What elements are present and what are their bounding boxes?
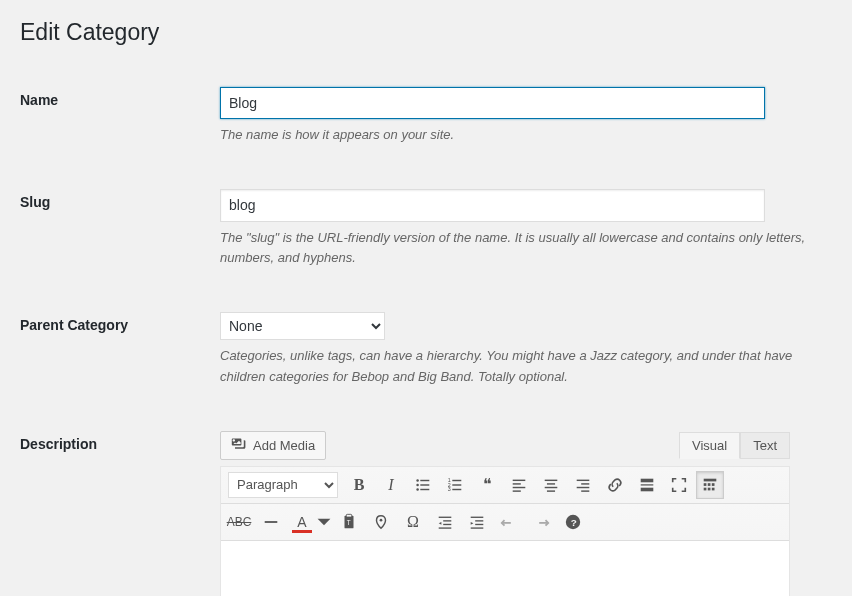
svg-rect-36 xyxy=(346,514,351,517)
media-icon xyxy=(231,436,247,455)
svg-rect-13 xyxy=(513,483,521,484)
svg-rect-9 xyxy=(452,484,461,485)
svg-rect-26 xyxy=(641,487,654,491)
editor-toolbar-row2: ABC A T xyxy=(221,504,789,541)
clear-formatting-button[interactable] xyxy=(366,507,396,537)
svg-rect-30 xyxy=(712,483,715,486)
svg-rect-19 xyxy=(547,490,555,491)
text-color-dropdown[interactable] xyxy=(316,507,332,537)
svg-rect-43 xyxy=(471,516,484,517)
svg-point-4 xyxy=(416,488,419,491)
svg-rect-28 xyxy=(704,483,707,486)
format-select[interactable]: Paragraph xyxy=(228,472,338,498)
readmore-button[interactable] xyxy=(632,470,662,500)
svg-text:T: T xyxy=(347,518,351,525)
tab-visual[interactable]: Visual xyxy=(679,432,740,459)
form-table: Name The name is how it appears on your … xyxy=(20,72,832,596)
svg-rect-39 xyxy=(439,516,452,517)
slug-label: Slug xyxy=(20,194,50,210)
svg-rect-33 xyxy=(712,487,715,490)
align-center-button[interactable] xyxy=(536,470,566,500)
description-label: Description xyxy=(20,436,97,452)
ol-button[interactable]: 123 xyxy=(440,470,470,500)
bold-button[interactable]: B xyxy=(344,470,374,500)
ul-button[interactable] xyxy=(408,470,438,500)
slug-input[interactable] xyxy=(220,189,765,221)
svg-rect-27 xyxy=(704,478,717,481)
svg-point-38 xyxy=(380,519,383,522)
tab-text[interactable]: Text xyxy=(740,432,790,459)
svg-rect-15 xyxy=(513,490,521,491)
svg-rect-20 xyxy=(577,479,590,480)
svg-rect-21 xyxy=(581,483,589,484)
parent-label: Parent Category xyxy=(20,317,128,333)
link-button[interactable] xyxy=(600,470,630,500)
svg-rect-7 xyxy=(452,480,461,481)
editor-toolbar-row1: Paragraph B I 123 ❝ xyxy=(221,467,789,504)
parent-help: Categories, unlike tags, can have a hier… xyxy=(220,346,820,388)
name-help: The name is how it appears on your site. xyxy=(220,125,820,146)
svg-rect-41 xyxy=(443,524,451,525)
help-button[interactable]: ? xyxy=(558,507,588,537)
align-left-button[interactable] xyxy=(504,470,534,500)
paste-text-button[interactable]: T xyxy=(334,507,364,537)
strikethrough-button[interactable]: ABC xyxy=(224,507,254,537)
name-input[interactable] xyxy=(220,87,765,119)
slug-help: The "slug" is the URL-friendly version o… xyxy=(220,228,820,270)
text-color-button[interactable]: A xyxy=(288,507,316,537)
outdent-button[interactable] xyxy=(430,507,460,537)
add-media-button[interactable]: Add Media xyxy=(220,431,326,460)
svg-rect-16 xyxy=(545,479,558,480)
svg-rect-40 xyxy=(443,520,451,521)
undo-button[interactable] xyxy=(494,507,524,537)
align-right-button[interactable] xyxy=(568,470,598,500)
svg-rect-5 xyxy=(420,489,429,490)
svg-rect-44 xyxy=(475,520,483,521)
redo-button[interactable] xyxy=(526,507,556,537)
svg-rect-32 xyxy=(708,487,711,490)
svg-text:3: 3 xyxy=(448,486,451,492)
blockquote-button[interactable]: ❝ xyxy=(472,470,502,500)
svg-rect-12 xyxy=(513,479,526,480)
editor: Paragraph B I 123 ❝ xyxy=(220,466,790,596)
svg-rect-23 xyxy=(581,490,589,491)
svg-rect-29 xyxy=(708,483,711,486)
svg-rect-25 xyxy=(641,484,654,485)
svg-rect-3 xyxy=(420,484,429,485)
svg-text:?: ? xyxy=(571,516,577,527)
svg-rect-18 xyxy=(545,487,558,488)
svg-rect-46 xyxy=(471,527,484,528)
svg-rect-34 xyxy=(265,521,278,523)
svg-rect-14 xyxy=(513,487,526,488)
name-label: Name xyxy=(20,92,58,108)
svg-rect-1 xyxy=(420,480,429,481)
svg-point-0 xyxy=(416,479,419,482)
svg-rect-11 xyxy=(452,489,461,490)
svg-rect-17 xyxy=(547,483,555,484)
toolbar-toggle-button[interactable] xyxy=(696,471,724,499)
svg-rect-42 xyxy=(439,527,452,528)
fullscreen-button[interactable] xyxy=(664,470,694,500)
svg-rect-22 xyxy=(577,487,590,488)
hr-button[interactable] xyxy=(256,507,286,537)
italic-button[interactable]: I xyxy=(376,470,406,500)
indent-button[interactable] xyxy=(462,507,492,537)
special-char-button[interactable]: Ω xyxy=(398,507,428,537)
svg-point-2 xyxy=(416,484,419,487)
svg-rect-31 xyxy=(704,487,707,490)
parent-select[interactable]: None xyxy=(220,312,385,340)
svg-rect-45 xyxy=(475,524,483,525)
editor-content[interactable] xyxy=(221,541,789,596)
svg-rect-24 xyxy=(641,478,654,482)
page-title: Edit Category xyxy=(20,10,832,64)
